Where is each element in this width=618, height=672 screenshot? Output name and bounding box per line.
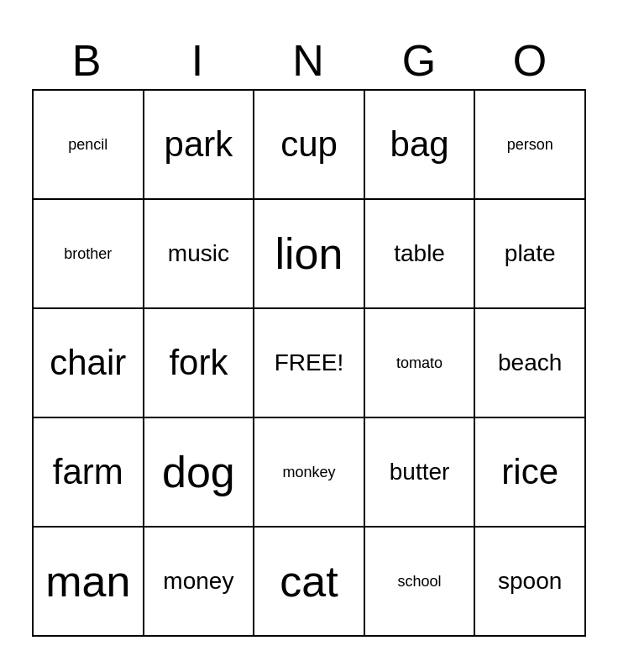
header-letter-g: G xyxy=(364,35,475,86)
grid-row-1: brothermusicliontableplate xyxy=(33,199,585,308)
cell-text-r1-c0: brother xyxy=(40,207,136,301)
cell-text-r3-c3: butter xyxy=(372,425,468,519)
grid-cell-r1-c0: brother xyxy=(33,199,144,308)
grid-cell-r1-c2: lion xyxy=(254,199,364,308)
grid-cell-r1-c1: music xyxy=(144,199,254,308)
grid-cell-r0-c3: bag xyxy=(364,90,475,199)
cell-text-r4-c2: cat xyxy=(261,534,357,628)
cell-text-r2-c2: FREE! xyxy=(261,316,357,410)
grid-cell-r0-c2: cup xyxy=(254,90,364,199)
grid-cell-r0-c4: person xyxy=(474,90,585,199)
cell-text-r3-c2: monkey xyxy=(261,425,357,519)
grid-row-3: farmdogmonkeybutterrice xyxy=(33,417,585,527)
cell-text-r2-c1: fork xyxy=(151,316,247,410)
grid-cell-r3-c1: dog xyxy=(144,417,254,527)
grid-cell-r2-c4: beach xyxy=(474,308,585,417)
cell-text-r0-c1: park xyxy=(151,97,247,192)
grid-cell-r0-c1: park xyxy=(144,90,254,199)
grid-row-4: manmoneycatschoolspoon xyxy=(33,527,585,636)
grid-cell-r4-c1: money xyxy=(144,527,254,636)
grid-row-2: chairforkFREE!tomatobeach xyxy=(33,308,585,417)
cell-text-r3-c0: farm xyxy=(40,425,136,519)
cell-text-r1-c4: plate xyxy=(482,207,578,301)
grid-cell-r2-c1: fork xyxy=(144,308,254,417)
grid-cell-r2-c3: tomato xyxy=(364,308,475,417)
cell-text-r0-c0: pencil xyxy=(40,97,136,192)
header-letter-o: O xyxy=(475,35,586,86)
cell-text-r3-c1: dog xyxy=(151,425,247,519)
cell-text-r2-c3: tomato xyxy=(372,316,468,410)
header-letter-i: I xyxy=(143,35,254,86)
header-letter-b: B xyxy=(32,35,143,86)
grid-cell-r3-c0: farm xyxy=(33,417,144,527)
cell-text-r1-c2: lion xyxy=(261,207,357,301)
grid-cell-r2-c2: FREE! xyxy=(254,308,364,417)
bingo-header: BINGO xyxy=(32,35,586,86)
cell-text-r2-c0: chair xyxy=(40,316,136,410)
grid-cell-r3-c3: butter xyxy=(364,417,475,527)
grid-cell-r2-c0: chair xyxy=(33,308,144,417)
header-letter-n: N xyxy=(254,35,364,86)
cell-text-r4-c4: spoon xyxy=(482,534,578,628)
grid-row-0: pencilparkcupbagperson xyxy=(33,90,585,199)
grid-cell-r4-c3: school xyxy=(364,527,475,636)
grid-cell-r1-c3: table xyxy=(364,199,475,308)
cell-text-r3-c4: rice xyxy=(482,425,578,519)
grid-cell-r4-c4: spoon xyxy=(474,527,585,636)
cell-text-r4-c1: money xyxy=(151,534,247,628)
cell-text-r4-c0: man xyxy=(40,534,136,628)
grid-cell-r4-c0: man xyxy=(33,527,144,636)
cell-text-r1-c1: music xyxy=(151,207,247,301)
cell-text-r0-c4: person xyxy=(482,97,578,192)
grid-cell-r4-c2: cat xyxy=(254,527,364,636)
cell-text-r4-c3: school xyxy=(372,534,468,628)
grid-cell-r3-c4: rice xyxy=(474,417,585,527)
cell-text-r1-c3: table xyxy=(372,207,468,301)
grid-cell-r3-c2: monkey xyxy=(254,417,364,527)
bingo-card: BINGO pencilparkcupbagpersonbrothermusic… xyxy=(15,18,603,654)
grid-cell-r0-c0: pencil xyxy=(33,90,144,199)
cell-text-r0-c3: bag xyxy=(372,97,468,192)
cell-text-r2-c4: beach xyxy=(482,316,578,410)
grid-cell-r1-c4: plate xyxy=(474,199,585,308)
cell-text-r0-c2: cup xyxy=(261,97,357,192)
bingo-grid: pencilparkcupbagpersonbrothermusiclionta… xyxy=(32,89,586,637)
